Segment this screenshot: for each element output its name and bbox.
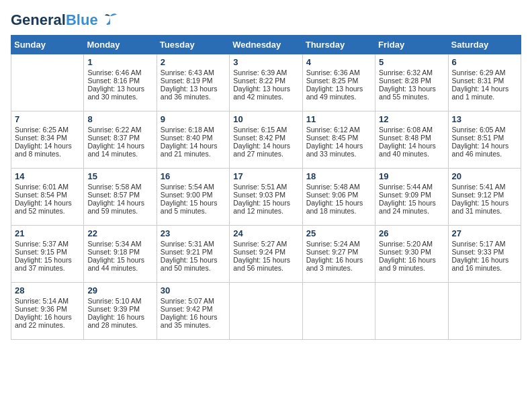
logo-text: GeneralBlue <box>11 11 98 29</box>
day-info: Sunset: 9:00 PM <box>161 191 226 199</box>
day-info: Daylight: 16 hours <box>87 313 152 321</box>
day-number: 27 <box>452 228 517 238</box>
day-info: Daylight: 14 hours <box>306 142 371 150</box>
day-info: and 35 minutes. <box>161 321 226 329</box>
day-info: Sunset: 9:18 PM <box>87 248 152 256</box>
page-header: GeneralBlue <box>11 11 521 30</box>
day-number: 18 <box>306 171 371 181</box>
day-info: Sunset: 8:51 PM <box>452 134 517 142</box>
day-info: Daylight: 14 hours <box>15 199 80 207</box>
day-info: Sunset: 9:06 PM <box>306 191 371 199</box>
day-info: Sunrise: 6:32 AM <box>379 68 444 77</box>
day-info: Sunrise: 5:31 AM <box>161 240 226 248</box>
day-info: and 42 minutes. <box>233 93 298 101</box>
day-info: Sunset: 8:34 PM <box>15 134 80 142</box>
day-info: Sunrise: 6:01 AM <box>15 183 80 191</box>
day-info: Daylight: 14 hours <box>161 142 226 150</box>
day-info: and 30 minutes. <box>87 93 152 101</box>
day-info: Daylight: 14 hours <box>379 142 444 150</box>
day-number: 5 <box>379 57 444 67</box>
header-thursday: Thursday <box>302 36 375 54</box>
calendar-cell: 13Sunrise: 6:05 AMSunset: 8:51 PMDayligh… <box>448 111 521 169</box>
calendar-cell: 1Sunrise: 6:46 AMSunset: 8:16 PMDaylight… <box>84 54 157 111</box>
day-info: and 3 minutes. <box>306 264 371 272</box>
day-info: Daylight: 15 hours <box>233 199 298 207</box>
day-info: Daylight: 13 hours <box>87 85 152 93</box>
day-info: Daylight: 15 hours <box>379 199 444 207</box>
calendar-cell: 22Sunrise: 5:34 AMSunset: 9:18 PMDayligh… <box>84 226 157 283</box>
calendar-cell <box>230 283 302 340</box>
day-info: and 1 minute. <box>452 93 517 101</box>
day-info: Sunset: 8:31 PM <box>452 77 517 85</box>
day-info: Sunset: 8:16 PM <box>87 77 152 85</box>
day-info: Sunset: 9:21 PM <box>161 248 226 256</box>
day-info: and 28 minutes. <box>87 321 152 329</box>
calendar-cell: 6Sunrise: 6:29 AMSunset: 8:31 PMDaylight… <box>448 54 521 111</box>
day-info: Sunset: 9:12 PM <box>452 191 517 199</box>
day-info: Sunrise: 6:18 AM <box>161 126 226 134</box>
day-info: Daylight: 15 hours <box>161 256 226 264</box>
week-row-1: 1Sunrise: 6:46 AMSunset: 8:16 PMDaylight… <box>11 54 521 111</box>
day-info: Sunset: 8:22 PM <box>233 77 298 85</box>
calendar-cell <box>302 283 375 340</box>
day-info: Sunset: 9:33 PM <box>452 248 517 256</box>
calendar-cell: 18Sunrise: 5:48 AMSunset: 9:06 PMDayligh… <box>302 169 375 226</box>
day-info: Sunrise: 5:51 AM <box>233 183 298 191</box>
day-info: Sunrise: 5:48 AM <box>306 183 371 191</box>
header-saturday: Saturday <box>448 36 521 54</box>
day-info: Sunrise: 5:37 AM <box>15 240 80 248</box>
day-info: Sunset: 8:19 PM <box>161 77 226 85</box>
day-number: 20 <box>452 171 517 181</box>
day-info: Sunrise: 6:08 AM <box>379 126 444 134</box>
day-info: Sunrise: 5:14 AM <box>15 297 80 305</box>
calendar-table: SundayMondayTuesdayWednesdayThursdayFrid… <box>11 35 521 340</box>
day-info: Daylight: 16 hours <box>161 313 226 321</box>
day-number: 14 <box>15 171 80 181</box>
day-info: and 40 minutes. <box>379 150 444 158</box>
calendar-cell <box>375 283 448 340</box>
day-info: Sunset: 8:48 PM <box>379 134 444 142</box>
day-number: 3 <box>233 57 298 67</box>
week-row-3: 14Sunrise: 6:01 AMSunset: 8:54 PMDayligh… <box>11 169 521 226</box>
day-info: Daylight: 13 hours <box>306 85 371 93</box>
day-info: Sunrise: 6:36 AM <box>306 68 371 77</box>
day-info: Sunrise: 5:58 AM <box>87 183 152 191</box>
day-info: Daylight: 15 hours <box>87 256 152 264</box>
day-number: 29 <box>87 285 152 295</box>
calendar-cell: 9Sunrise: 6:18 AMSunset: 8:40 PMDaylight… <box>157 111 229 169</box>
day-info: Sunrise: 6:43 AM <box>161 68 226 77</box>
day-info: and 44 minutes. <box>87 264 152 272</box>
day-info: Daylight: 13 hours <box>379 85 444 93</box>
calendar-cell: 19Sunrise: 5:44 AMSunset: 9:09 PMDayligh… <box>375 169 448 226</box>
day-info: Sunrise: 6:39 AM <box>233 68 298 77</box>
day-info: Daylight: 14 hours <box>452 85 517 93</box>
day-info: Sunset: 8:25 PM <box>306 77 371 85</box>
day-number: 28 <box>15 285 80 295</box>
day-info: and 46 minutes. <box>452 150 517 158</box>
day-info: and 59 minutes. <box>87 207 152 215</box>
day-info: Sunrise: 5:44 AM <box>379 183 444 191</box>
day-info: Sunrise: 6:46 AM <box>87 68 152 77</box>
day-info: and 56 minutes. <box>233 264 298 272</box>
calendar-header-row: SundayMondayTuesdayWednesdayThursdayFrid… <box>11 36 521 54</box>
header-tuesday: Tuesday <box>157 36 229 54</box>
day-info: and 8 minutes. <box>15 150 80 158</box>
day-number: 15 <box>87 171 152 181</box>
calendar-cell: 21Sunrise: 5:37 AMSunset: 9:15 PMDayligh… <box>11 226 84 283</box>
day-info: and 14 minutes. <box>87 150 152 158</box>
day-info: Sunset: 9:27 PM <box>306 248 371 256</box>
day-info: Sunset: 9:30 PM <box>379 248 444 256</box>
calendar-cell: 29Sunrise: 5:10 AMSunset: 9:39 PMDayligh… <box>84 283 157 340</box>
day-number: 7 <box>15 114 80 124</box>
day-number: 12 <box>379 114 444 124</box>
day-info: Sunset: 9:15 PM <box>15 248 80 256</box>
day-number: 13 <box>452 114 517 124</box>
day-info: and 5 minutes. <box>161 207 226 215</box>
day-info: Sunset: 8:45 PM <box>306 134 371 142</box>
calendar-cell: 16Sunrise: 5:54 AMSunset: 9:00 PMDayligh… <box>157 169 229 226</box>
day-info: Daylight: 14 hours <box>233 142 298 150</box>
day-info: Daylight: 16 hours <box>15 313 80 321</box>
day-number: 19 <box>379 171 444 181</box>
calendar-cell: 12Sunrise: 6:08 AMSunset: 8:48 PMDayligh… <box>375 111 448 169</box>
calendar-cell: 14Sunrise: 6:01 AMSunset: 8:54 PMDayligh… <box>11 169 84 226</box>
